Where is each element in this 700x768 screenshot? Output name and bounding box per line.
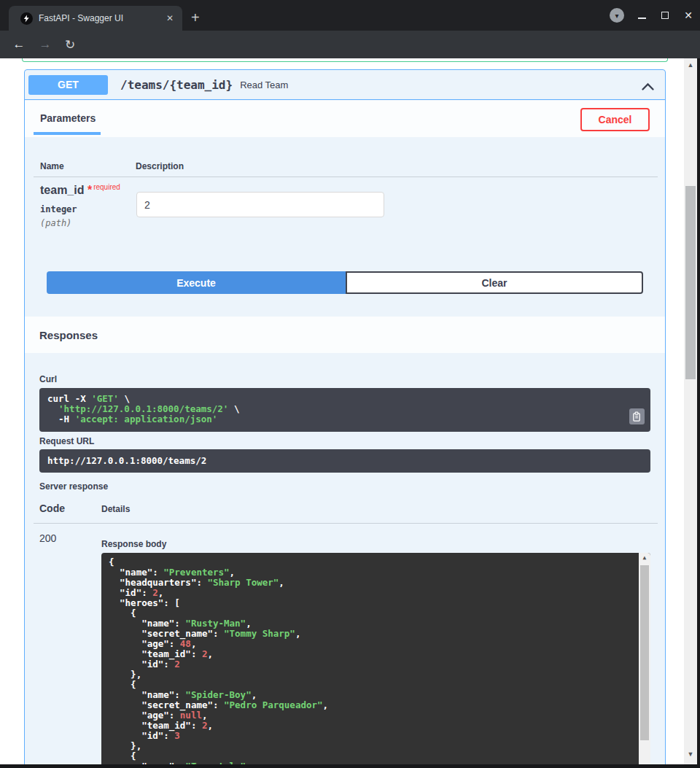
swagger-page: GET /teams/{team_id} Read Team Parameter…: [0, 58, 700, 768]
response-body-label: Response body: [101, 539, 166, 549]
reload-button[interactable]: ↻: [61, 31, 79, 58]
responses-section-header: Responses: [25, 317, 665, 353]
request-url-label: Request URL: [39, 436, 94, 446]
curl-label: Curl: [39, 374, 57, 384]
response-scroll-thumb[interactable]: [640, 565, 649, 740]
parameters-header-row: Parameters Cancel: [25, 101, 665, 137]
param-location: (path): [40, 218, 71, 228]
curl-command: curl -X 'GET' \ 'http://127.0.0.1:8000/t…: [39, 388, 650, 432]
clear-button[interactable]: Clear: [346, 271, 643, 294]
description-column-header: Description: [136, 161, 184, 171]
scrollbar-up-icon[interactable]: ▲: [684, 61, 697, 69]
window-close-button[interactable]: ✕: [682, 9, 694, 21]
tab-underline: [34, 132, 101, 135]
details-column-header: Details: [101, 504, 130, 514]
minimize-button[interactable]: [636, 9, 648, 21]
new-tab-button[interactable]: +: [191, 9, 200, 26]
response-body: { "name": "Preventers", "headquarters": …: [101, 553, 650, 768]
maximize-button[interactable]: [659, 9, 671, 21]
page-scroll-thumb[interactable]: [685, 186, 696, 379]
window-bottom-edge: [0, 764, 700, 768]
responses-label: Responses: [39, 329, 98, 341]
server-response-label: Server response: [39, 481, 108, 492]
back-button[interactable]: ←: [10, 31, 28, 58]
param-name: team_id *required: [40, 183, 120, 197]
previous-opblock-edge: [22, 58, 668, 62]
copy-to-clipboard-icon[interactable]: [629, 408, 645, 424]
fastapi-favicon-icon: [20, 12, 33, 25]
endpoint-summary: Read Team: [240, 79, 288, 90]
tab-search-icon[interactable]: ▾: [610, 8, 624, 23]
page-scrollbar[interactable]: ▲ ▼: [684, 58, 697, 764]
scroll-up-icon[interactable]: ▲: [639, 554, 650, 561]
team-id-input[interactable]: [136, 192, 384, 217]
opblock-get-teams: GET /teams/{team_id} Read Team Parameter…: [24, 69, 666, 768]
response-json: { "name": "Preventers", "headquarters": …: [109, 557, 650, 768]
required-star: *: [88, 184, 92, 196]
param-type: integer: [40, 204, 77, 214]
status-code: 200: [39, 532, 56, 544]
cancel-button[interactable]: Cancel: [580, 108, 650, 131]
tab-parameters[interactable]: Parameters: [40, 112, 96, 124]
browser-tab[interactable]: FastAPI - Swagger UI ✕: [9, 6, 182, 31]
tab-close-icon[interactable]: ✕: [166, 13, 174, 23]
window-right-edge: [697, 58, 700, 768]
execute-button[interactable]: Execute: [47, 271, 346, 294]
tab-title: FastAPI - Swagger UI: [39, 13, 162, 23]
code-column-header: Code: [39, 503, 65, 514]
required-label: required: [93, 183, 120, 191]
table-divider: [34, 177, 658, 177]
request-url-value: http://127.0.0.1:8000/teams/2: [39, 449, 650, 473]
browser-titlebar: FastAPI - Swagger UI ✕ + ▾ ✕: [0, 0, 700, 31]
endpoint-path: /teams/{team_id}: [120, 78, 233, 92]
method-badge: GET: [28, 75, 108, 95]
collapse-chevron-icon[interactable]: [641, 81, 655, 94]
name-column-header: Name: [40, 161, 64, 171]
response-table-divider: [34, 523, 658, 524]
forward-button[interactable]: →: [36, 31, 54, 58]
response-body-scrollbar[interactable]: ▲: [639, 553, 650, 768]
scrollbar-down-icon[interactable]: ▼: [684, 750, 697, 758]
browser-window: FastAPI - Swagger UI ✕ + ▾ ✕ ← → ↻ ⓘ 127…: [0, 0, 700, 768]
browser-toolbar: ← → ↻ ⓘ 127.0.0.1:8000/docs#/default/rea…: [0, 31, 700, 58]
opblock-summary[interactable]: GET /teams/{team_id} Read Team: [25, 70, 665, 100]
